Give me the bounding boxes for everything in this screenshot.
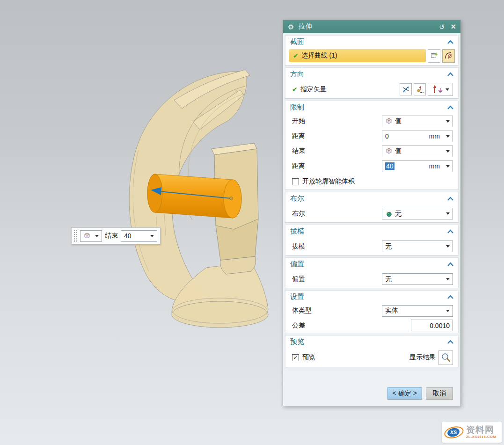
group-offset: 偏置 偏置 无 (285, 257, 459, 288)
dialog-footer: < 确定 > 取消 (285, 384, 459, 403)
end-distance-value: 40 (385, 162, 394, 170)
group-direction-header[interactable]: 方向 (285, 68, 458, 80)
caret-down-icon (446, 120, 450, 123)
zc-axis-icon (431, 84, 444, 95)
tolerance-input[interactable]: 0.0010 (411, 320, 453, 331)
direction-arrow-origin-handle[interactable] (230, 197, 233, 200)
reset-icon[interactable]: ↺ (439, 23, 445, 30)
dialog-title: 拉伸 (298, 22, 312, 31)
close-icon[interactable]: × (451, 22, 456, 31)
chevron-up-icon[interactable] (447, 229, 453, 233)
draft-select[interactable]: 无 (382, 241, 453, 252)
tolerance-value: 0.0010 (430, 322, 450, 329)
start-distance-input[interactable]: 0 mm (382, 131, 453, 142)
sketch-section-icon[interactable] (442, 49, 455, 63)
chevron-up-icon[interactable] (447, 105, 453, 109)
end-distance-value: 40 (124, 232, 148, 240)
group-draft: 拔模 拔模 无 (285, 225, 459, 255)
group-boolean: 布尔 布尔 无 (285, 192, 459, 223)
caret-down-icon (446, 245, 450, 248)
body-type-select[interactable]: 实体 (382, 305, 453, 317)
group-settings-header[interactable]: 设置 (285, 291, 458, 303)
boolean-select[interactable]: 无 (382, 208, 453, 219)
show-result-button[interactable] (438, 350, 453, 365)
group-title: 设置 (290, 292, 304, 301)
magnifier-icon (441, 352, 451, 363)
cube-icon (385, 117, 393, 125)
caret-down-icon (446, 310, 450, 312)
start-limit-select[interactable]: 值 (382, 116, 453, 127)
end-distance-label: 距离 (292, 162, 305, 170)
cancel-button[interactable]: 取消 (426, 387, 453, 400)
offset-label: 偏置 (292, 275, 305, 284)
group-title: 预览 (290, 337, 304, 346)
preview-checkbox[interactable]: ✓ (292, 354, 299, 361)
watermark-site-name: 资料网 (466, 425, 496, 434)
tolerance-label: 公差 (292, 321, 305, 330)
curve-rule-icon[interactable] (428, 49, 440, 63)
vector-dialog-glyph (416, 85, 424, 94)
group-preview-header[interactable]: 预览 (285, 336, 458, 348)
end-distance-input-field[interactable]: 40 mm (382, 160, 453, 172)
body-type-value: 实体 (385, 306, 444, 315)
boolean-none-icon (385, 210, 393, 218)
chevron-up-icon[interactable] (447, 197, 453, 201)
draft-value: 无 (385, 242, 444, 251)
open-profile-checkbox[interactable] (292, 178, 299, 185)
application-window: 结束 40 ⚙ 拉伸 ↺ × 截面 ✔ (0, 0, 504, 445)
show-result-label: 显示结果 (409, 353, 436, 362)
chevron-up-icon[interactable] (447, 295, 453, 299)
group-section-header[interactable]: 截面 (285, 36, 458, 48)
end-label: 结束 (292, 147, 305, 155)
checkbox-check: ✓ (293, 354, 298, 361)
end-limit-value: 值 (395, 147, 444, 155)
caret-down-icon (150, 235, 154, 237)
offset-select[interactable]: 无 (382, 273, 453, 285)
draft-label: 拔模 (292, 242, 305, 251)
caret-down-icon (446, 165, 450, 168)
group-title: 布尔 (290, 194, 304, 203)
vector-dialog-icon[interactable] (414, 83, 426, 95)
cube-icon (385, 147, 393, 155)
select-curve-label: 选择曲线 (1) (301, 51, 337, 60)
caret-down-icon (95, 235, 99, 237)
3d-model-viewport[interactable] (61, 56, 281, 346)
group-boolean-header[interactable]: 布尔 (285, 192, 458, 205)
chevron-up-icon[interactable] (447, 262, 453, 266)
xs-logo: XS (444, 425, 464, 440)
select-curve-field[interactable]: ✔ 选择曲线 (1) (289, 49, 426, 62)
reverse-direction-glyph (402, 85, 410, 94)
end-distance-unit: mm (429, 162, 441, 170)
chevron-up-icon[interactable] (447, 40, 453, 44)
chevron-up-icon[interactable] (447, 72, 453, 76)
group-direction: 方向 ✔ 指定矢量 (285, 67, 459, 99)
start-limit-value: 值 (395, 117, 444, 125)
open-profile-label: 开放轮廓智能体积 (302, 177, 355, 186)
group-offset-header[interactable]: 偏置 (285, 258, 458, 270)
cube-icon (83, 232, 91, 240)
dialog-titlebar[interactable]: ⚙ 拉伸 ↺ × (283, 20, 460, 33)
drag-handle[interactable] (73, 230, 77, 242)
chevron-up-icon[interactable] (447, 340, 453, 344)
group-preview: 预览 ✓ 预览 显示结果 (285, 335, 459, 367)
preview-label: 预览 (302, 353, 315, 362)
end-limit-select[interactable]: 值 (382, 146, 453, 157)
group-title: 拔模 (290, 227, 304, 236)
ok-button[interactable]: < 确定 > (387, 387, 422, 400)
onscreen-input-toolbar: 结束 40 (71, 227, 161, 244)
end-distance-input[interactable]: 40 (121, 230, 157, 242)
start-label: 开始 (292, 117, 305, 125)
gear-icon: ⚙ (288, 23, 294, 30)
watermark-site-url: ZL.XS1616.COM (466, 435, 496, 439)
caret-down-icon (446, 88, 449, 91)
group-limits-header[interactable]: 限制 (285, 101, 458, 114)
group-title: 截面 (290, 37, 304, 46)
reverse-direction-icon[interactable] (400, 83, 412, 95)
end-label: 结束 (105, 232, 118, 240)
vector-type-select[interactable] (428, 83, 453, 96)
group-title: 方向 (290, 70, 304, 79)
group-draft-header[interactable]: 拔模 (285, 225, 458, 238)
watermark: XS 资料网 ZL.XS1616.COM (442, 422, 502, 443)
end-limit-type-select[interactable] (80, 230, 102, 242)
body-type-label: 体类型 (292, 306, 312, 315)
